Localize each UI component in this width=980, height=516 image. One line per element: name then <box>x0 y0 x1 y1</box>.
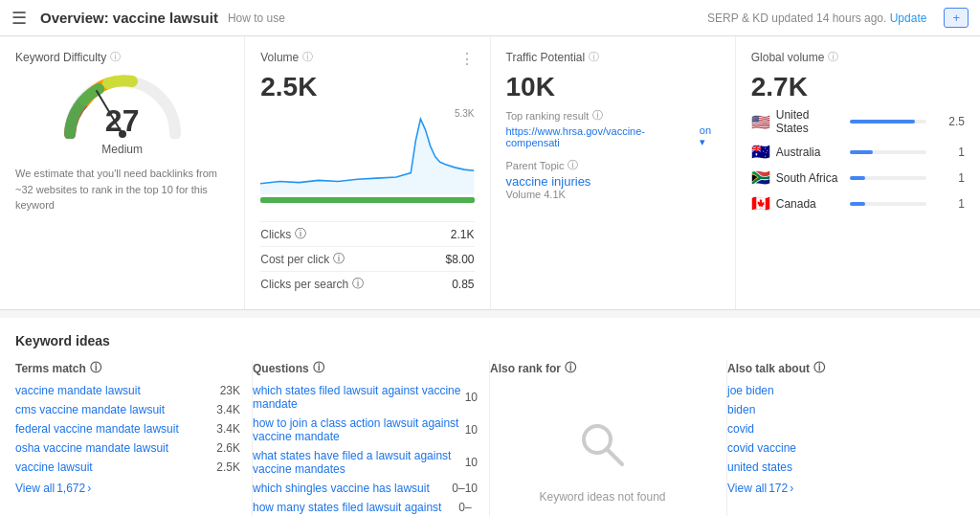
za-bar <box>850 176 865 180</box>
metric-cps: Clicks per search ⓘ 0.85 <box>260 271 474 296</box>
svg-line-3 <box>607 449 622 464</box>
country-row-ca: 🇨🇦 Canada 1 <box>751 194 965 213</box>
keyword-ideas-title: Keyword ideas <box>15 333 965 348</box>
terms-match-title: Terms match ⓘ <box>15 360 240 376</box>
au-bar <box>850 150 873 154</box>
parent-topic-link[interactable]: vaccine injuries <box>506 174 720 189</box>
volume-info-icon[interactable]: ⓘ <box>302 50 313 64</box>
gv-info-icon[interactable]: ⓘ <box>828 50 838 64</box>
talk-about-link-3[interactable]: covid vaccine <box>727 441 796 455</box>
update-link[interactable]: Update <box>890 11 927 25</box>
hamburger-icon[interactable]: ☰ <box>11 8 27 29</box>
also-talk-about-title: Also talk about ⓘ <box>727 360 965 376</box>
za-flag-icon: 🇿🇦 <box>751 168 770 187</box>
us-bar <box>850 120 915 123</box>
ca-bar <box>850 202 865 206</box>
terms-match-info-icon[interactable]: ⓘ <box>90 360 101 376</box>
talk-about-item-1: biden <box>727 403 965 416</box>
kd-card: Keyword Difficulty ⓘ <box>0 36 245 309</box>
talk-about-link-1[interactable]: biden <box>727 403 755 416</box>
au-flag-icon: 🇦🇺 <box>751 143 770 161</box>
kd-gauge: 27 <box>60 72 185 139</box>
also-rank-for-title: Also rank for ⓘ <box>490 360 715 376</box>
za-name: South Africa <box>776 171 840 185</box>
country-row-us: 🇺🇸 United States 2.5 <box>751 108 965 135</box>
ca-flag-icon: 🇨🇦 <box>751 194 770 213</box>
us-flag-icon: 🇺🇸 <box>751 113 770 131</box>
question-item-1: how to join a class action lawsuit again… <box>253 416 478 443</box>
gv-card-title: Global volume ⓘ <box>751 50 965 64</box>
questions-col: Questions ⓘ which states filed lawsuit a… <box>253 360 490 516</box>
parent-topic-info-icon[interactable]: ⓘ <box>568 158 578 172</box>
talk-about-link-2[interactable]: covid <box>727 422 754 436</box>
country-row-au: 🇦🇺 Australia 1 <box>751 143 965 161</box>
terms-match-item-2: federal vaccine mandate lawsuit 3.4K <box>15 422 240 436</box>
terms-match-item-3: osha vaccine mandate lawsuit 2.6K <box>15 441 240 455</box>
terms-match-link-4[interactable]: vaccine lawsuit <box>15 460 93 474</box>
also-talk-info-icon[interactable]: ⓘ <box>813 360 825 376</box>
volume-dots-menu[interactable]: ⋮ <box>459 50 475 68</box>
ca-name: Canada <box>776 197 840 211</box>
au-value: 1 <box>936 146 965 159</box>
also-rank-info-icon[interactable]: ⓘ <box>565 360 576 376</box>
terms-match-item-4: vaccine lawsuit 2.5K <box>15 460 240 474</box>
terms-match-link-0[interactable]: vaccine mandate lawsuit <box>15 384 141 397</box>
country-row-za: 🇿🇦 South Africa 1 <box>751 168 965 187</box>
talk-about-item-4: united states <box>727 460 965 474</box>
question-link-3[interactable]: which shingles vaccine has lawsuit <box>253 482 430 495</box>
question-item-2: what states have filed a lawsuit against… <box>253 449 478 476</box>
parent-topic-label: Parent Topic ⓘ <box>506 158 720 172</box>
terms-match-col: Terms match ⓘ vaccine mandate lawsuit 23… <box>15 360 253 516</box>
terms-match-view-all[interactable]: View all 1,672 › <box>15 482 240 495</box>
traffic-potential-card: Traffic Potential ⓘ 10K Top ranking resu… <box>491 36 736 309</box>
question-link-1[interactable]: how to join a class action lawsuit again… <box>253 416 465 443</box>
question-item-4: how many states filed lawsuit against va… <box>253 501 478 516</box>
top-ranking-label: Top ranking result ⓘ <box>506 108 720 123</box>
top-ranking-info-icon[interactable]: ⓘ <box>592 108 603 123</box>
talk-about-item-2: covid <box>727 422 965 436</box>
cps-info-icon[interactable]: ⓘ <box>352 276 364 292</box>
global-volume-card: Global volume ⓘ 2.7K 🇺🇸 United States 2.… <box>736 36 980 309</box>
volume-card: Volume ⓘ ⋮ 2.5K 5.3K Clicks ⓘ 2.1K Cost <box>245 36 490 309</box>
questions-title: Questions ⓘ <box>253 360 478 376</box>
metric-cpc: Cost per click ⓘ $8.00 <box>260 246 474 271</box>
also-talk-about-col: Also talk about ⓘ joe biden biden covid … <box>727 360 965 516</box>
kd-info-icon[interactable]: ⓘ <box>110 50 121 64</box>
za-value: 1 <box>936 171 965 185</box>
cpc-info-icon[interactable]: ⓘ <box>333 251 345 267</box>
volume-card-header: Volume ⓘ ⋮ <box>260 50 474 72</box>
ca-bar-wrap <box>850 202 926 206</box>
how-to-use-link[interactable]: How to use <box>228 11 285 25</box>
serp-notice: SERP & KD updated 14 hours ago. Update <box>707 11 926 25</box>
not-found-text: Keyword ideas not found <box>539 490 665 504</box>
tp-info-icon[interactable]: ⓘ <box>589 50 599 64</box>
terms-match-link-3[interactable]: osha vaccine mandate lawsuit <box>15 441 168 455</box>
terms-match-link-1[interactable]: cms vaccine mandate lawsuit <box>15 403 165 416</box>
page-title: Overview: vaccine lawsuit <box>40 10 218 26</box>
us-bar-wrap <box>850 120 926 123</box>
volume-chart: 5.3K <box>260 108 474 213</box>
metric-clicks: Clicks ⓘ 2.1K <box>260 221 474 246</box>
us-value: 2.5 <box>936 115 965 128</box>
talk-about-item-3: covid vaccine <box>727 441 965 455</box>
kd-card-title: Keyword Difficulty ⓘ <box>15 50 229 64</box>
questions-info-icon[interactable]: ⓘ <box>313 360 324 376</box>
question-link-0[interactable]: which states filed lawsuit against vacci… <box>253 384 465 411</box>
question-link-2[interactable]: what states have filed a lawsuit against… <box>253 449 465 476</box>
kd-label: Medium <box>15 143 229 156</box>
clicks-info-icon[interactable]: ⓘ <box>295 226 306 242</box>
top-ranking-url[interactable]: https://www.hrsa.gov/vaccine-compensati … <box>506 124 720 148</box>
chart-bar-green <box>260 197 474 203</box>
question-link-4[interactable]: how many states filed lawsuit against va… <box>253 501 458 516</box>
terms-match-link-2[interactable]: federal vaccine mandate lawsuit <box>15 422 179 436</box>
also-talk-view-all[interactable]: View all 172 › <box>727 482 965 495</box>
search-icon <box>576 418 630 482</box>
gv-value: 2.7K <box>751 72 965 102</box>
talk-about-item-0: joe biden <box>727 384 965 397</box>
talk-about-link-4[interactable]: united states <box>727 460 792 474</box>
keyword-ideas-section: Keyword ideas Terms match ⓘ vaccine mand… <box>0 318 980 516</box>
talk-about-link-0[interactable]: joe biden <box>727 384 774 397</box>
plus-button[interactable]: + <box>944 8 969 28</box>
terms-match-item-1: cms vaccine mandate lawsuit 3.4K <box>15 403 240 416</box>
country-list: 🇺🇸 United States 2.5 🇦🇺 Australia 1 🇿🇦 S… <box>751 108 965 213</box>
